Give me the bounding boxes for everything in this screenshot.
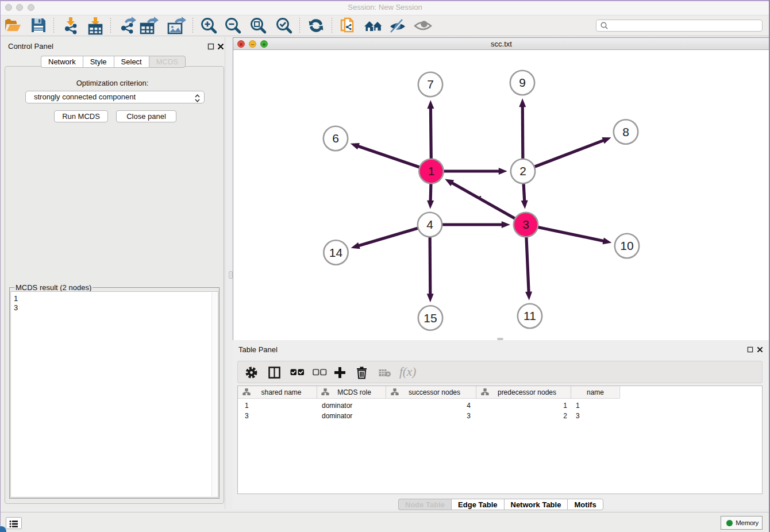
svg-text:10: 10 xyxy=(620,239,633,252)
svg-text:2: 2 xyxy=(519,164,526,178)
svg-text:15: 15 xyxy=(424,311,437,325)
svg-text:9: 9 xyxy=(519,76,526,89)
svg-text:11: 11 xyxy=(523,309,536,322)
svg-text:7: 7 xyxy=(427,78,434,91)
svg-text:3: 3 xyxy=(522,218,529,231)
svg-text:14: 14 xyxy=(329,246,343,259)
svg-text:8: 8 xyxy=(622,125,629,138)
svg-text:6: 6 xyxy=(332,132,339,145)
svg-text:1: 1 xyxy=(428,164,435,178)
svg-text:4: 4 xyxy=(426,218,433,231)
